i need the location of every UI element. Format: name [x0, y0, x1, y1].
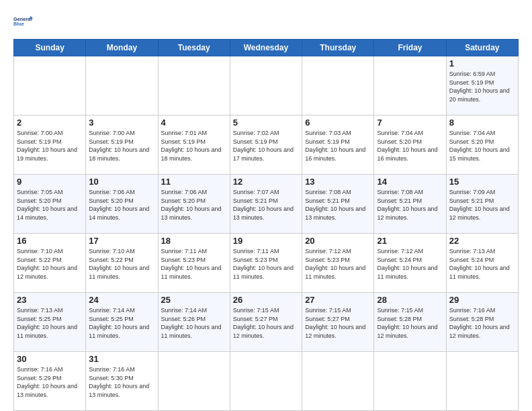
day-info: Sunrise: 7:05 AM Sunset: 5:20 PM Dayligh… [17, 188, 83, 222]
calendar-cell: 7Sunrise: 7:04 AM Sunset: 5:20 PM Daylig… [374, 116, 446, 175]
calendar-cell: 12Sunrise: 7:07 AM Sunset: 5:21 PM Dayli… [230, 175, 302, 234]
days-of-week-row: SundayMondayTuesdayWednesdayThursdayFrid… [14, 40, 519, 56]
day-number: 20 [305, 236, 371, 246]
day-info: Sunrise: 7:12 AM Sunset: 5:23 PM Dayligh… [305, 247, 371, 281]
day-number: 3 [89, 118, 154, 128]
calendar-cell [86, 56, 158, 116]
day-number: 10 [89, 177, 154, 187]
day-number: 31 [89, 354, 154, 364]
day-number: 28 [377, 295, 443, 305]
calendar-cell: 27Sunrise: 7:15 AM Sunset: 5:27 PM Dayli… [302, 293, 374, 352]
calendar-cell [158, 352, 230, 411]
calendar-cell: 31Sunrise: 7:16 AM Sunset: 5:30 PM Dayli… [86, 352, 158, 411]
day-info: Sunrise: 7:07 AM Sunset: 5:21 PM Dayligh… [233, 188, 299, 222]
calendar-week-row: 2Sunrise: 7:00 AM Sunset: 5:19 PM Daylig… [14, 116, 519, 175]
calendar-cell: 3Sunrise: 7:00 AM Sunset: 5:19 PM Daylig… [86, 116, 158, 175]
calendar-cell: 18Sunrise: 7:11 AM Sunset: 5:23 PM Dayli… [158, 234, 230, 293]
day-info: Sunrise: 7:13 AM Sunset: 5:25 PM Dayligh… [17, 306, 83, 340]
calendar-week-row: 9Sunrise: 7:05 AM Sunset: 5:20 PM Daylig… [14, 175, 519, 234]
day-of-week-header: Thursday [302, 40, 374, 56]
calendar-cell: 13Sunrise: 7:08 AM Sunset: 5:21 PM Dayli… [302, 175, 374, 234]
day-info: Sunrise: 7:15 AM Sunset: 5:28 PM Dayligh… [377, 306, 443, 340]
calendar-cell: 10Sunrise: 7:06 AM Sunset: 5:20 PM Dayli… [86, 175, 158, 234]
day-number: 25 [161, 295, 227, 305]
day-number: 7 [377, 118, 443, 128]
day-info: Sunrise: 7:00 AM Sunset: 5:19 PM Dayligh… [89, 129, 154, 163]
day-info: Sunrise: 7:12 AM Sunset: 5:24 PM Dayligh… [377, 247, 443, 281]
calendar-cell: 24Sunrise: 7:14 AM Sunset: 5:25 PM Dayli… [86, 293, 158, 352]
day-of-week-header: Friday [374, 40, 446, 56]
day-of-week-header: Sunday [14, 40, 86, 56]
day-info: Sunrise: 7:16 AM Sunset: 5:28 PM Dayligh… [449, 306, 515, 340]
day-number: 23 [17, 295, 83, 305]
day-info: Sunrise: 6:59 AM Sunset: 5:19 PM Dayligh… [449, 70, 515, 103]
day-info: Sunrise: 7:09 AM Sunset: 5:21 PM Dayligh… [449, 188, 515, 222]
day-number: 14 [377, 177, 443, 187]
day-info: Sunrise: 7:16 AM Sunset: 5:29 PM Dayligh… [17, 365, 83, 399]
day-info: Sunrise: 7:01 AM Sunset: 5:19 PM Dayligh… [161, 129, 227, 163]
calendar-cell [14, 56, 86, 116]
calendar-cell: 8Sunrise: 7:04 AM Sunset: 5:20 PM Daylig… [446, 116, 518, 175]
day-of-week-header: Saturday [446, 40, 518, 56]
day-number: 15 [449, 177, 515, 187]
calendar-week-row: 16Sunrise: 7:10 AM Sunset: 5:22 PM Dayli… [14, 234, 519, 293]
day-info: Sunrise: 7:06 AM Sunset: 5:20 PM Dayligh… [161, 188, 227, 222]
calendar-cell: 26Sunrise: 7:15 AM Sunset: 5:27 PM Dayli… [230, 293, 302, 352]
day-number: 13 [305, 177, 371, 187]
svg-text:Blue: Blue [13, 21, 24, 27]
calendar-cell [374, 56, 446, 116]
day-number: 5 [233, 118, 299, 128]
day-number: 24 [89, 295, 154, 305]
calendar-cell: 1Sunrise: 6:59 AM Sunset: 5:19 PM Daylig… [446, 56, 518, 116]
day-info: Sunrise: 7:08 AM Sunset: 5:21 PM Dayligh… [377, 188, 443, 222]
calendar-week-row: 1Sunrise: 6:59 AM Sunset: 5:19 PM Daylig… [14, 56, 519, 116]
day-number: 11 [161, 177, 227, 187]
calendar-cell: 30Sunrise: 7:16 AM Sunset: 5:29 PM Dayli… [14, 352, 86, 411]
calendar-cell: 9Sunrise: 7:05 AM Sunset: 5:20 PM Daylig… [14, 175, 86, 234]
day-info: Sunrise: 7:14 AM Sunset: 5:25 PM Dayligh… [89, 306, 154, 340]
day-info: Sunrise: 7:10 AM Sunset: 5:22 PM Dayligh… [89, 247, 154, 281]
day-number: 26 [233, 295, 299, 305]
calendar-cell [230, 56, 302, 116]
calendar-cell: 20Sunrise: 7:12 AM Sunset: 5:23 PM Dayli… [302, 234, 374, 293]
calendar-cell: 14Sunrise: 7:08 AM Sunset: 5:21 PM Dayli… [374, 175, 446, 234]
calendar-cell [446, 352, 518, 411]
day-info: Sunrise: 7:11 AM Sunset: 5:23 PM Dayligh… [161, 247, 227, 281]
day-info: Sunrise: 7:15 AM Sunset: 5:27 PM Dayligh… [305, 306, 371, 340]
day-number: 17 [89, 236, 154, 246]
day-info: Sunrise: 7:11 AM Sunset: 5:23 PM Dayligh… [233, 247, 299, 281]
day-number: 9 [17, 177, 83, 187]
day-number: 18 [161, 236, 227, 246]
day-info: Sunrise: 7:13 AM Sunset: 5:24 PM Dayligh… [449, 247, 515, 281]
day-number: 19 [233, 236, 299, 246]
day-number: 16 [17, 236, 83, 246]
day-of-week-header: Monday [86, 40, 158, 56]
day-info: Sunrise: 7:03 AM Sunset: 5:19 PM Dayligh… [305, 129, 371, 163]
calendar-cell: 23Sunrise: 7:13 AM Sunset: 5:25 PM Dayli… [14, 293, 86, 352]
day-info: Sunrise: 7:00 AM Sunset: 5:19 PM Dayligh… [17, 129, 83, 163]
calendar-cell: 15Sunrise: 7:09 AM Sunset: 5:21 PM Dayli… [446, 175, 518, 234]
day-info: Sunrise: 7:15 AM Sunset: 5:27 PM Dayligh… [233, 306, 299, 340]
calendar-cell: 4Sunrise: 7:01 AM Sunset: 5:19 PM Daylig… [158, 116, 230, 175]
calendar-cell: 5Sunrise: 7:02 AM Sunset: 5:19 PM Daylig… [230, 116, 302, 175]
day-number: 8 [449, 118, 515, 128]
calendar-cell: 16Sunrise: 7:10 AM Sunset: 5:22 PM Dayli… [14, 234, 86, 293]
day-number: 4 [161, 118, 227, 128]
day-info: Sunrise: 7:14 AM Sunset: 5:26 PM Dayligh… [161, 306, 227, 340]
day-number: 27 [305, 295, 371, 305]
calendar-cell: 2Sunrise: 7:00 AM Sunset: 5:19 PM Daylig… [14, 116, 86, 175]
calendar-week-row: 23Sunrise: 7:13 AM Sunset: 5:25 PM Dayli… [14, 293, 519, 352]
day-number: 6 [305, 118, 371, 128]
calendar-cell: 28Sunrise: 7:15 AM Sunset: 5:28 PM Dayli… [374, 293, 446, 352]
day-number: 12 [233, 177, 299, 187]
logo-icon: General Blue [13, 11, 35, 32]
day-info: Sunrise: 7:08 AM Sunset: 5:21 PM Dayligh… [305, 188, 371, 222]
calendar-cell: 11Sunrise: 7:06 AM Sunset: 5:20 PM Dayli… [158, 175, 230, 234]
calendar-cell: 29Sunrise: 7:16 AM Sunset: 5:28 PM Dayli… [446, 293, 518, 352]
calendar-cell [230, 352, 302, 411]
calendar-week-row: 30Sunrise: 7:16 AM Sunset: 5:29 PM Dayli… [14, 352, 519, 411]
calendar-cell [302, 56, 374, 116]
calendar-cell: 6Sunrise: 7:03 AM Sunset: 5:19 PM Daylig… [302, 116, 374, 175]
calendar-cell: 21Sunrise: 7:12 AM Sunset: 5:24 PM Dayli… [374, 234, 446, 293]
day-of-week-header: Wednesday [230, 40, 302, 56]
